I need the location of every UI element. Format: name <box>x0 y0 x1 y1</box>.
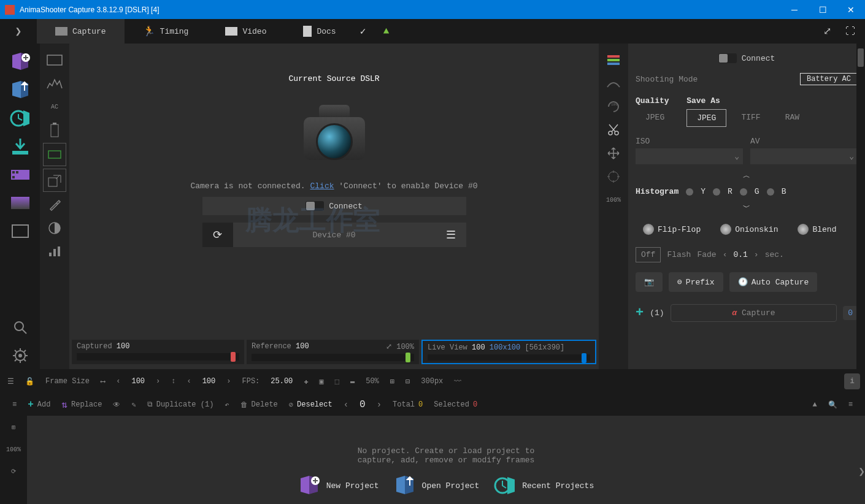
deselect-button[interactable]: ⊘ Deselect <box>289 400 333 410</box>
flipflop-button[interactable]: Flip-Flop <box>636 220 708 239</box>
tab-capture[interactable]: Capture <box>37 19 125 44</box>
reference-slider[interactable] <box>252 354 414 361</box>
add-button[interactable]: +Add <box>28 399 50 410</box>
settings-sliders-icon[interactable]: ☰ <box>5 377 17 386</box>
height-prev-icon[interactable]: ‹ <box>184 377 193 386</box>
undo-icon[interactable]: ↶ <box>225 400 229 410</box>
target-icon[interactable] <box>602 165 625 188</box>
replace-button[interactable]: ⇅Replace <box>61 399 102 411</box>
contrast-icon[interactable] <box>43 216 66 240</box>
minimize-button[interactable]: ─ <box>780 0 809 19</box>
height-next-icon[interactable]: › <box>224 377 233 386</box>
info-button[interactable]: i <box>844 373 860 389</box>
search-frames-icon[interactable]: 🔍 <box>828 400 837 410</box>
settings-gear-icon[interactable] <box>7 342 34 369</box>
frame-height-value[interactable]: 100 <box>200 377 218 386</box>
fullscreen-icon[interactable]: ⛶ <box>842 23 859 40</box>
expand-horizontal-icon[interactable]: ⤢ <box>818 23 836 40</box>
captured-slider[interactable] <box>77 353 239 361</box>
tab-docs[interactable]: Docs <box>285 19 354 44</box>
fps-value[interactable]: 25.00 <box>268 377 295 386</box>
camera-small-button[interactable]: 📷 <box>636 272 663 292</box>
list-2-icon[interactable]: ≡ <box>848 400 853 409</box>
next-frame-icon[interactable]: › <box>377 400 382 410</box>
curve-icon[interactable] <box>602 72 625 95</box>
search-icon[interactable] <box>7 314 34 341</box>
crosshair-icon[interactable]: ✚ <box>301 377 310 386</box>
grid-3-icon[interactable]: ⊞ <box>388 377 397 386</box>
grid-px-value[interactable]: 300px <box>418 377 445 386</box>
safe-area-icon[interactable]: ▣ <box>317 377 326 386</box>
frame-width-value[interactable]: 100 <box>129 377 147 386</box>
frame-button[interactable] <box>7 218 34 245</box>
connect-toggle[interactable] <box>306 201 324 211</box>
eye-icon[interactable]: 👁 <box>113 400 120 410</box>
mirror-icon[interactable]: ▲ <box>813 400 817 409</box>
recent-projects-button[interactable] <box>7 105 34 132</box>
warning-icon[interactable]: ▲ <box>378 23 395 40</box>
grid-view-icon[interactable]: ⊞ <box>4 418 23 437</box>
battery-icon[interactable] <box>43 118 66 142</box>
cut-icon[interactable] <box>602 118 625 142</box>
histogram-icon[interactable] <box>43 72 66 95</box>
blend-button[interactable]: Blend <box>790 220 844 239</box>
auto-capture-button[interactable]: 🕐Auto Capture <box>729 272 818 292</box>
tl-new-project-button[interactable]: New Project <box>298 475 379 497</box>
width-next-icon[interactable]: › <box>153 377 163 386</box>
save-jpeg-button[interactable]: JPEG <box>686 109 726 127</box>
brush-icon[interactable]: ✎ <box>131 400 136 410</box>
tab-timing[interactable]: 🏃 Timing <box>125 19 207 44</box>
width-prev-icon[interactable]: ‹ <box>113 377 123 386</box>
fill-icon[interactable]: ▬ <box>348 377 357 386</box>
zoom-value[interactable]: 50% <box>363 377 382 386</box>
scale-icon[interactable] <box>43 169 66 192</box>
sidebar-toggle-icon[interactable]: ❯ <box>0 19 37 44</box>
collapse-down-icon[interactable]: ﹀ <box>636 200 858 215</box>
film-strip-button[interactable] <box>7 161 34 188</box>
fade-prev-icon[interactable]: ‹ <box>723 250 728 259</box>
histogram-b-radio[interactable] <box>767 188 774 196</box>
layers-icon[interactable] <box>602 48 625 72</box>
battery-ac-button[interactable]: Battery AC <box>800 73 858 85</box>
zoom-100-label[interactable]: 100% <box>4 440 23 459</box>
av-dropdown[interactable]: ⌄ <box>750 148 858 164</box>
histogram-g-radio[interactable] <box>740 188 747 196</box>
prefix-button[interactable]: ⊖Prefix <box>669 272 723 292</box>
frame-rect-icon[interactable] <box>43 48 66 72</box>
panel-connect-toggle[interactable] <box>718 53 737 63</box>
quality-jpeg-button[interactable]: JPEG <box>636 109 674 126</box>
histogram-y-radio[interactable] <box>686 188 693 196</box>
scrollbar[interactable] <box>856 44 865 369</box>
grid-4-icon[interactable]: ⊟ <box>403 377 412 386</box>
liveview-slider[interactable] <box>428 354 590 361</box>
height-icon[interactable]: ↕ <box>169 377 178 386</box>
check-icon[interactable]: ✓ <box>355 23 372 40</box>
bars-icon[interactable] <box>43 240 66 263</box>
download-button[interactable] <box>7 133 34 160</box>
percent-100-label[interactable]: 100% <box>602 188 625 212</box>
refresh-button[interactable]: ⟳ <box>202 223 233 247</box>
prev-frame-icon[interactable]: ‹ <box>344 400 348 410</box>
gradient-button[interactable] <box>7 189 34 216</box>
tl-open-project-button[interactable]: Open Project <box>394 475 480 497</box>
bounds-icon[interactable]: ⬚ <box>333 377 342 386</box>
wave-icon[interactable]: 〰 <box>452 377 464 386</box>
device-select[interactable]: Device #0 <box>233 223 436 247</box>
rotate-180-icon[interactable]: 180 <box>602 95 625 118</box>
add-layer-icon[interactable]: + <box>636 305 644 321</box>
open-project-button[interactable] <box>7 77 34 104</box>
green-rect-icon[interactable] <box>43 143 66 166</box>
fade-next-icon[interactable]: › <box>754 250 759 259</box>
list-icon[interactable]: ≡ <box>12 400 17 409</box>
iso-dropdown[interactable]: ⌄ <box>636 148 743 164</box>
eyedropper-icon[interactable] <box>43 193 66 216</box>
click-link[interactable]: Click <box>310 181 334 191</box>
device-menu-icon[interactable]: ☰ <box>436 223 466 247</box>
delete-button[interactable]: 🗑 Delete <box>240 400 278 410</box>
tl-recent-projects-button[interactable]: Recent Projects <box>494 475 594 497</box>
timeline-next-icon[interactable]: ❯ <box>858 465 865 478</box>
new-project-button[interactable] <box>7 48 34 75</box>
duplicate-button[interactable]: ⧉ Duplicate (1) <box>147 400 214 409</box>
save-tiff-button[interactable]: TIFF <box>731 109 770 127</box>
tab-video[interactable]: Video <box>207 19 285 44</box>
